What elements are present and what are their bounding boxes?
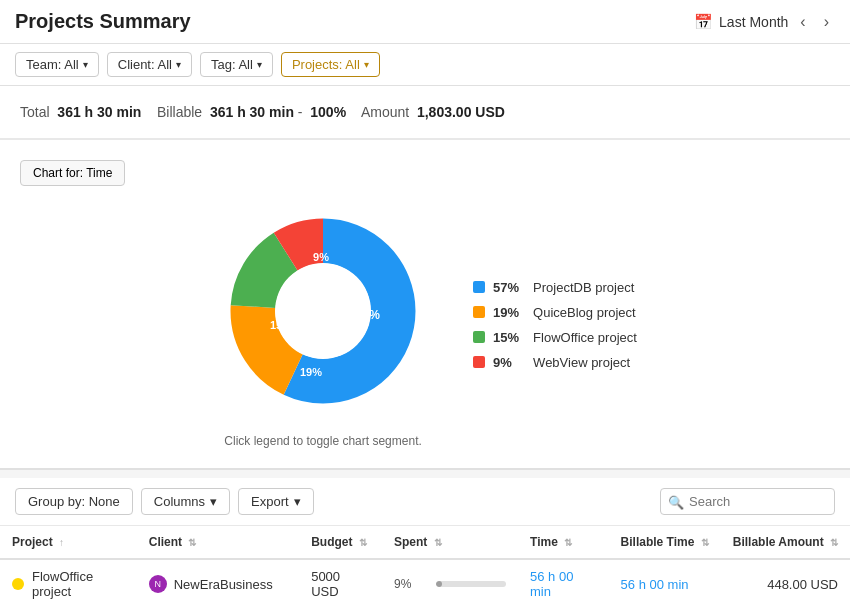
filter-team[interactable]: Team: All ▾	[15, 52, 99, 77]
spent-pct: 9%	[394, 577, 430, 591]
search-wrap: 🔍	[660, 488, 835, 515]
page-header: Projects Summary 📅 Last Month ‹ ›	[0, 0, 850, 44]
filter-client[interactable]: Client: All ▾	[107, 52, 192, 77]
client-cell: N NewEraBusiness	[137, 559, 299, 608]
col-billable-amount[interactable]: Billable Amount ⇅	[721, 526, 850, 559]
progress-bar	[436, 581, 506, 587]
progress-fill	[436, 581, 442, 587]
spent-cell: 9%	[382, 559, 518, 608]
chevron-down-icon: ▾	[294, 494, 301, 509]
chart-legend-note: Click legend to toggle chart segment.	[213, 434, 433, 448]
filters-bar: Team: All ▾ Client: All ▾ Tag: All ▾ Pro…	[0, 44, 850, 86]
col-time[interactable]: Time ⇅	[518, 526, 609, 559]
table-controls: Group by: None Columns ▾ Export ▾ 🔍	[0, 478, 850, 526]
budget-cell: 5000 USD	[299, 559, 382, 608]
col-spent[interactable]: Spent ⇅	[382, 526, 518, 559]
page-title: Projects Summary	[15, 10, 191, 33]
billable-time-cell: 56 h 00 min	[609, 559, 721, 608]
columns-button[interactable]: Columns ▾	[141, 488, 230, 515]
billable-pct: 100%	[310, 104, 346, 120]
group-by-button[interactable]: Group by: None	[15, 488, 133, 515]
svg-text:19%: 19%	[300, 366, 322, 378]
table-header-row: Project ↑ Client ⇅ Budget ⇅ Spent ⇅ Time…	[0, 526, 850, 559]
search-icon: 🔍	[668, 494, 684, 509]
legend-item-projectdb[interactable]: 57% ProjectDB project	[473, 280, 637, 295]
summary-bar: Total 361 h 30 min Billable 361 h 30 min…	[0, 86, 850, 140]
header-right: 📅 Last Month ‹ ›	[694, 11, 835, 33]
chevron-down-icon: ▾	[364, 59, 369, 70]
legend-item-webview[interactable]: 9% WebView project	[473, 355, 637, 370]
legend-color-flowoffice	[473, 331, 485, 343]
amount-value: 1,803.00 USD	[417, 104, 505, 120]
legend-color-webview	[473, 356, 485, 368]
table-row: FlowOffice project N NewEraBusiness 5000…	[0, 559, 850, 608]
legend-item-flowoffice[interactable]: 15% FlowOffice project	[473, 330, 637, 345]
period-label: Last Month	[719, 14, 788, 30]
amount-label: Amount	[361, 104, 409, 120]
chart-area: 57% 19% 15% 9% Click legend to toggle ch…	[20, 201, 830, 448]
projects-table: Project ↑ Client ⇅ Budget ⇅ Spent ⇅ Time…	[0, 526, 850, 608]
chart-section: Chart for: Time 57% 19% 15% 9% C	[0, 140, 850, 470]
client-icon: N	[149, 575, 167, 593]
col-project[interactable]: Project ↑	[0, 526, 137, 559]
billable-amount-cell: 448.00 USD	[721, 559, 850, 608]
svg-text:57%: 57%	[356, 308, 380, 322]
next-period-button[interactable]: ›	[818, 11, 835, 33]
billable-amount: 448.00 USD	[767, 577, 838, 592]
client-name: NewEraBusiness	[174, 577, 273, 592]
col-budget[interactable]: Budget ⇅	[299, 526, 382, 559]
legend-item-quiceblog[interactable]: 19% QuiceBlog project	[473, 305, 637, 320]
legend-color-quiceblog	[473, 306, 485, 318]
svg-text:15%: 15%	[270, 319, 292, 331]
filter-projects[interactable]: Projects: All ▾	[281, 52, 380, 77]
total-label: Total	[20, 104, 50, 120]
chart-for-button[interactable]: Chart for: Time	[20, 160, 125, 186]
chevron-down-icon: ▾	[83, 59, 88, 70]
filter-tag[interactable]: Tag: All ▾	[200, 52, 273, 77]
chevron-down-icon: ▾	[257, 59, 262, 70]
svg-text:9%: 9%	[313, 251, 329, 263]
billable-time-link[interactable]: 56 h 00 min	[621, 577, 689, 592]
legend-color-projectdb	[473, 281, 485, 293]
export-button[interactable]: Export ▾	[238, 488, 314, 515]
chevron-down-icon: ▾	[176, 59, 181, 70]
total-value: 361 h 30 min	[57, 104, 141, 120]
donut-container: 57% 19% 15% 9% Click legend to toggle ch…	[213, 201, 433, 448]
chart-legend: 57% ProjectDB project 19% QuiceBlog proj…	[473, 280, 637, 370]
project-name: FlowOffice project	[32, 569, 125, 599]
table-section: Group by: None Columns ▾ Export ▾ 🔍 Proj…	[0, 478, 850, 608]
donut-chart: 57% 19% 15% 9%	[213, 201, 433, 421]
project-dot	[12, 578, 24, 590]
chevron-down-icon: ▾	[210, 494, 217, 509]
col-client[interactable]: Client ⇅	[137, 526, 299, 559]
billable-value: 361 h 30 min	[210, 104, 294, 120]
project-cell: FlowOffice project	[0, 559, 137, 608]
calendar-icon: 📅	[694, 13, 713, 31]
search-input[interactable]	[660, 488, 835, 515]
time-link[interactable]: 56 h 00 min	[530, 569, 573, 599]
prev-period-button[interactable]: ‹	[794, 11, 811, 33]
col-billable-time[interactable]: Billable Time ⇅	[609, 526, 721, 559]
time-cell: 56 h 00 min	[518, 559, 609, 608]
billable-label: Billable	[157, 104, 202, 120]
